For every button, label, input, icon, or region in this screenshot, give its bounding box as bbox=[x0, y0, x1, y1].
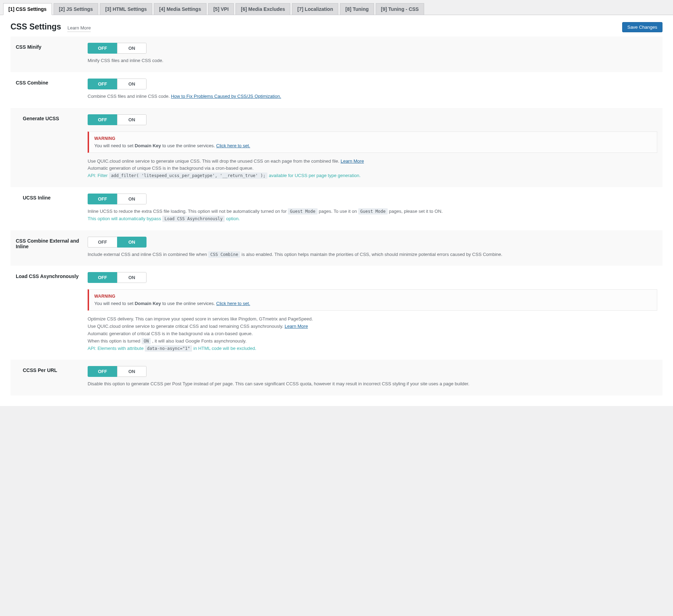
load-css-async-off[interactable]: OFF bbox=[88, 272, 117, 283]
ccss-per-url-toggle: OFF ON bbox=[88, 366, 147, 377]
css-combine-ext-toggle: OFF ON bbox=[88, 237, 147, 248]
async-learn-more-link[interactable]: Learn More bbox=[285, 324, 308, 329]
generate-ucss-toggle: OFF ON bbox=[88, 114, 147, 125]
css-combine-off[interactable]: OFF bbox=[88, 79, 117, 89]
warning-text: You will need to set Domain Key to use t… bbox=[94, 143, 652, 148]
ucss-warning-box: WARNING You will need to set Domain Key … bbox=[88, 131, 657, 153]
warning-title: WARNING bbox=[94, 294, 652, 299]
css-combine-ext-desc: Include external CSS and inline CSS in c… bbox=[88, 251, 657, 258]
css-minify-desc: Minify CSS files and inline CSS code. bbox=[88, 57, 657, 65]
ccss-per-url-off[interactable]: OFF bbox=[88, 366, 117, 377]
page-title: CSS Settings bbox=[11, 22, 61, 32]
css-combine-ext-label: CSS Combine External and Inline bbox=[11, 230, 88, 266]
tab-html-settings[interactable]: [3] HTML Settings bbox=[100, 3, 152, 15]
learn-more-link[interactable]: Learn More bbox=[67, 25, 90, 32]
css-minify-label: CSS Minify bbox=[11, 36, 88, 72]
warning-text: You will need to set Domain Key to use t… bbox=[94, 301, 652, 306]
css-combine-ext-on[interactable]: ON bbox=[117, 237, 147, 248]
tab-localization[interactable]: [7] Localization bbox=[292, 3, 338, 15]
async-warning-box: WARNING You will need to set Domain Key … bbox=[88, 289, 657, 311]
ucss-inline-desc: Inline UCSS to reduce the extra CSS file… bbox=[88, 208, 657, 223]
tab-media-settings[interactable]: [4] Media Settings bbox=[154, 3, 206, 15]
css-combine-toggle: OFF ON bbox=[88, 79, 147, 89]
css-combine-on[interactable]: ON bbox=[117, 79, 147, 89]
tab-tuning[interactable]: [8] Tuning bbox=[340, 3, 374, 15]
ucss-learn-more-link[interactable]: Learn More bbox=[341, 158, 364, 164]
tab-media-excludes[interactable]: [6] Media Excludes bbox=[236, 3, 290, 15]
domain-key-set-link[interactable]: Click here to set. bbox=[216, 143, 250, 148]
ucss-inline-label: UCSS Inline bbox=[11, 187, 88, 230]
css-minify-on[interactable]: ON bbox=[117, 43, 147, 54]
ccss-per-url-label: CCSS Per URL bbox=[11, 360, 88, 395]
generate-ucss-label: Generate UCSS bbox=[11, 108, 88, 187]
css-combine-label: CSS Combine bbox=[11, 72, 88, 108]
load-css-async-on[interactable]: ON bbox=[117, 272, 147, 283]
ucss-inline-toggle: OFF ON bbox=[88, 194, 147, 204]
ccss-per-url-on[interactable]: ON bbox=[117, 366, 147, 377]
css-combine-help-link[interactable]: How to Fix Problems Caused by CSS/JS Opt… bbox=[171, 94, 281, 99]
tab-js-settings[interactable]: [2] JS Settings bbox=[54, 3, 98, 15]
css-combine-desc: Combine CSS files and inline CSS code. H… bbox=[88, 93, 657, 100]
ccss-per-url-desc: Disable this option to generate CCSS per… bbox=[88, 380, 657, 388]
tab-tuning-css[interactable]: [9] Tuning - CSS bbox=[376, 3, 424, 15]
async-api-code: data-no-async="1" bbox=[145, 345, 192, 352]
ucss-api-code: add_filter( 'litespeed_ucss_per_pagetype… bbox=[109, 172, 268, 179]
domain-key-set-link[interactable]: Click here to set. bbox=[216, 301, 250, 306]
ucss-desc: Use QUIC.cloud online service to generat… bbox=[88, 158, 657, 180]
load-css-async-desc: Optimize CSS delivery. This can improve … bbox=[88, 316, 657, 352]
css-combine-ext-off[interactable]: OFF bbox=[88, 237, 117, 248]
load-css-async-label: Load CSS Asynchronously bbox=[11, 266, 88, 360]
ucss-inline-on[interactable]: ON bbox=[117, 194, 147, 204]
settings-tabs: [1] CSS Settings [2] JS Settings [3] HTM… bbox=[0, 0, 673, 15]
generate-ucss-on[interactable]: ON bbox=[117, 114, 147, 125]
save-changes-button[interactable]: Save Changes bbox=[622, 22, 662, 32]
warning-title: WARNING bbox=[94, 136, 652, 141]
tab-vpi[interactable]: [5] VPI bbox=[208, 3, 234, 15]
css-minify-off[interactable]: OFF bbox=[88, 43, 117, 54]
css-minify-toggle: OFF ON bbox=[88, 43, 147, 54]
tab-css-settings[interactable]: [1] CSS Settings bbox=[3, 3, 52, 15]
generate-ucss-off[interactable]: OFF bbox=[88, 114, 117, 125]
ucss-inline-off[interactable]: OFF bbox=[88, 194, 117, 204]
load-css-async-toggle: OFF ON bbox=[88, 272, 147, 283]
